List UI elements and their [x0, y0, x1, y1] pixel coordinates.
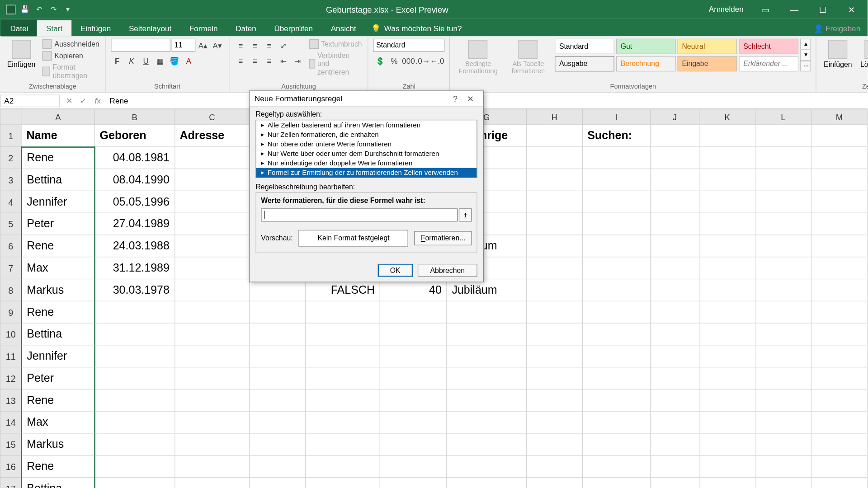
style-standard[interactable]: Standard	[555, 39, 615, 54]
cell-J16[interactable]	[650, 455, 699, 478]
cell-M7[interactable]	[811, 257, 867, 279]
cell-J15[interactable]	[650, 433, 699, 455]
cell-D10[interactable]	[250, 323, 306, 345]
qat-customize-icon[interactable]: ▾	[63, 5, 73, 14]
share-button[interactable]: 👤 Freigeben	[807, 20, 868, 37]
cell-M2[interactable]	[811, 147, 867, 169]
cell-D8[interactable]	[250, 279, 306, 301]
cell-L12[interactable]	[755, 367, 811, 389]
style-gut[interactable]: Gut	[616, 39, 676, 54]
cell-L6[interactable]	[755, 235, 811, 257]
cell-B10[interactable]	[94, 323, 175, 345]
cell-H2[interactable]	[526, 147, 582, 169]
cell-A1[interactable]: Name	[21, 125, 94, 147]
cell-A16[interactable]: Rene	[21, 455, 94, 478]
cell-L2[interactable]	[755, 147, 811, 169]
cell-A9[interactable]: Rene	[21, 301, 94, 323]
row-header-10[interactable]: 10	[0, 323, 22, 345]
cell-styles-gallery[interactable]: Standard Ausgabe Gut Berechnung Neutral …	[555, 39, 811, 71]
cell-I15[interactable]	[582, 433, 650, 455]
cell-J9[interactable]	[650, 301, 699, 323]
row-header-15[interactable]: 15	[0, 433, 22, 455]
cell-A11[interactable]: Jennifer	[21, 345, 94, 367]
border-button[interactable]: ▦	[154, 54, 167, 67]
cell-C9[interactable]	[175, 301, 249, 323]
cell-C4[interactable]	[175, 191, 249, 213]
cell-K14[interactable]	[699, 411, 755, 433]
style-berechnung[interactable]: Berechnung	[616, 56, 676, 71]
cell-I12[interactable]	[582, 367, 650, 389]
cell-I13[interactable]	[582, 389, 650, 411]
cell-K16[interactable]	[699, 455, 755, 478]
name-box[interactable]	[0, 94, 60, 107]
cell-H16[interactable]	[526, 455, 582, 478]
cell-H12[interactable]	[526, 367, 582, 389]
cell-H15[interactable]	[526, 433, 582, 455]
cell-L14[interactable]	[755, 411, 811, 433]
cell-M17[interactable]	[811, 477, 867, 488]
dialog-help-icon[interactable]: ?	[448, 92, 463, 105]
cell-I16[interactable]	[582, 455, 650, 478]
cell-I11[interactable]	[582, 345, 650, 367]
cell-I6[interactable]	[582, 235, 650, 257]
select-all-corner[interactable]	[0, 109, 22, 125]
cell-I10[interactable]	[582, 323, 650, 345]
indent-decrease-icon[interactable]: ⇤	[277, 54, 290, 67]
cell-H8[interactable]	[526, 279, 582, 301]
cell-G10[interactable]	[447, 323, 526, 345]
cell-K3[interactable]	[699, 169, 755, 191]
cell-A4[interactable]: Jennifer	[21, 191, 94, 213]
cell-A14[interactable]: Max	[21, 411, 94, 433]
cell-J8[interactable]	[650, 279, 699, 301]
tab-home[interactable]: Start	[37, 20, 71, 37]
font-color-button[interactable]: A	[182, 54, 195, 67]
row-header-9[interactable]: 9	[0, 301, 22, 323]
fill-color-button[interactable]: 🪣	[168, 54, 181, 67]
cell-K5[interactable]	[699, 213, 755, 235]
cell-J6[interactable]	[650, 235, 699, 257]
align-center-icon[interactable]: ≡	[248, 54, 261, 67]
tab-insert[interactable]: Einfügen	[71, 20, 120, 37]
cell-G16[interactable]	[447, 455, 526, 478]
cell-K4[interactable]	[699, 191, 755, 213]
cell-F15[interactable]	[380, 433, 447, 455]
cell-H1[interactable]	[526, 125, 582, 147]
col-header-J[interactable]: J	[650, 109, 699, 125]
cell-M6[interactable]	[811, 235, 867, 257]
cell-C17[interactable]	[175, 477, 249, 488]
cell-M15[interactable]	[811, 433, 867, 455]
gallery-up-icon[interactable]: ▲	[801, 39, 811, 50]
cell-G15[interactable]	[447, 433, 526, 455]
qat-undo-icon[interactable]: ↶	[34, 5, 44, 14]
cell-E16[interactable]	[305, 455, 380, 478]
cell-K6[interactable]	[699, 235, 755, 257]
cell-B16[interactable]	[94, 455, 175, 478]
rule-type-option[interactable]: ►Formel zur Ermittlung der zu formatiere…	[256, 168, 477, 178]
cell-G13[interactable]	[447, 389, 526, 411]
cell-M16[interactable]	[811, 455, 867, 478]
align-bottom-icon[interactable]: ≡	[263, 39, 276, 52]
percent-format-icon[interactable]: %	[387, 54, 401, 67]
cell-L17[interactable]	[755, 477, 811, 488]
cell-J12[interactable]	[650, 367, 699, 389]
cell-G12[interactable]	[447, 367, 526, 389]
cell-D14[interactable]	[250, 411, 306, 433]
cell-A6[interactable]: Rene	[21, 235, 94, 257]
cell-C8[interactable]	[175, 279, 249, 301]
cell-E8[interactable]: FALSCH	[305, 279, 380, 301]
style-erklaerender[interactable]: Erklärender ...	[739, 56, 799, 71]
ribbon-display-icon[interactable]: ▭	[752, 0, 779, 19]
style-neutral[interactable]: Neutral	[678, 39, 737, 54]
gallery-down-icon[interactable]: ▼	[801, 50, 811, 61]
cell-H6[interactable]	[526, 235, 582, 257]
cell-L11[interactable]	[755, 345, 811, 367]
row-header-5[interactable]: 5	[0, 213, 22, 235]
cell-M4[interactable]	[811, 191, 867, 213]
delete-cells-button[interactable]: Löschen	[858, 39, 868, 70]
cell-A8[interactable]: Markus	[21, 279, 94, 301]
cell-K9[interactable]	[699, 301, 755, 323]
conditional-formatting-button[interactable]: Bedingte Formatierung	[455, 39, 501, 76]
cell-M11[interactable]	[811, 345, 867, 367]
cell-H14[interactable]	[526, 411, 582, 433]
cell-F8[interactable]: 40	[380, 279, 447, 301]
